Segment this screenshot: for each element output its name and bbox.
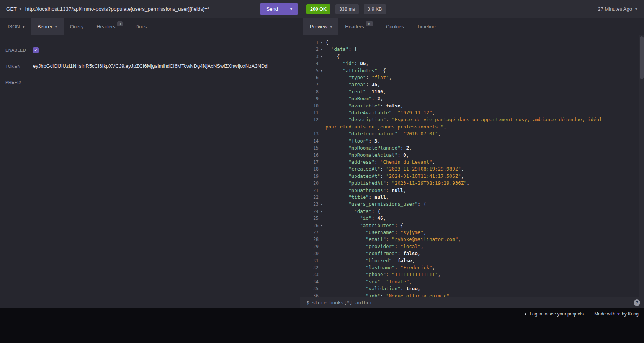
line-number: 12 bbox=[309, 116, 319, 123]
code-content: "email": "ryhoke@mailinator.com", bbox=[325, 236, 461, 243]
response-history-dropdown[interactable]: 27 Minutes Ago ▾ bbox=[598, 6, 637, 12]
code-line: 23▾ "users_permissions_user": { bbox=[306, 201, 639, 208]
line-gutter: 4 bbox=[306, 60, 325, 67]
made-with-kong-link[interactable]: Made with ♥ by Kong bbox=[594, 311, 639, 317]
url-bar: GET ▾ http://localhost:1337/api/immo-pos… bbox=[0, 0, 300, 18]
filter-input[interactable] bbox=[306, 300, 630, 306]
code-content: "area": 35, bbox=[325, 81, 380, 88]
tab-body-json[interactable]: JSON ▾ bbox=[0, 18, 31, 35]
code-content: "publishedAt": "2023-11-29T08:19:29.936Z… bbox=[325, 180, 469, 187]
code-line: 2▾ "data": [ bbox=[306, 46, 639, 53]
enabled-row: ENABLED ✓ bbox=[5, 42, 293, 58]
fold-placeholder bbox=[319, 215, 325, 222]
send-options-button[interactable]: ▾ bbox=[284, 3, 298, 15]
scrollbar-track[interactable] bbox=[639, 35, 644, 297]
line-number: 6 bbox=[309, 74, 319, 81]
made-with-prefix: Made with bbox=[594, 311, 615, 317]
fold-toggle-icon[interactable]: ▾ bbox=[319, 222, 325, 229]
line-gutter: 16 bbox=[306, 152, 325, 159]
tab-cookies[interactable]: Cookies bbox=[379, 18, 410, 35]
code-content: { bbox=[325, 53, 340, 60]
line-number: 13 bbox=[309, 130, 319, 137]
tab-headers-label: Headers bbox=[96, 24, 115, 29]
line-number: 27 bbox=[309, 229, 319, 236]
bearer-auth-form: ENABLED ✓ TOKEN PREFIX bbox=[0, 35, 300, 90]
login-label: Log in to see your projects bbox=[530, 311, 584, 317]
code-line: 25 "id": 46, bbox=[306, 215, 639, 222]
fold-placeholder bbox=[319, 187, 325, 194]
line-gutter: 29 bbox=[306, 243, 325, 250]
code-content: "blocked": false, bbox=[325, 257, 415, 264]
code-line: 34 "sex": "female", bbox=[306, 278, 639, 285]
headers-count-badge: 3 bbox=[117, 21, 122, 26]
token-input[interactable] bbox=[33, 60, 293, 72]
fold-toggle-icon[interactable]: ▾ bbox=[319, 201, 325, 208]
code-content: "nbRoomateActual": 0, bbox=[325, 152, 409, 159]
line-number: 22 bbox=[309, 194, 319, 201]
code-content: "data": { bbox=[325, 208, 380, 215]
line-gutter: 17 bbox=[306, 159, 325, 166]
scrollbar-thumb[interactable] bbox=[640, 36, 644, 79]
fold-toggle-icon[interactable]: ▾ bbox=[319, 39, 325, 46]
line-number: 5 bbox=[309, 67, 319, 74]
tab-response-headers[interactable]: Headers 15 bbox=[338, 18, 379, 35]
line-gutter: 10 bbox=[306, 102, 325, 109]
response-size-badge: 3.9 KB bbox=[364, 4, 386, 14]
status-badge: 200 OK bbox=[306, 4, 330, 14]
tab-headers[interactable]: Headers 3 bbox=[90, 18, 129, 35]
fold-toggle-icon[interactable]: ▾ bbox=[319, 67, 325, 74]
line-number: 28 bbox=[309, 236, 319, 243]
request-url-input[interactable]: http://localhost:1337/api/immo-posts?pop… bbox=[25, 6, 260, 12]
tab-auth-bearer[interactable]: Bearer ▾ bbox=[31, 18, 64, 35]
response-body[interactable]: 1▾{2▾ "data": [3▾ {4 "id": 86,5▾ "attrib… bbox=[300, 35, 644, 297]
tab-preview[interactable]: Preview ▾ bbox=[303, 18, 338, 35]
fold-toggle-icon[interactable]: ▾ bbox=[319, 208, 325, 215]
fold-placeholder bbox=[319, 173, 325, 180]
line-number: 34 bbox=[309, 278, 319, 285]
chevron-down-icon: ▾ bbox=[55, 24, 57, 29]
tab-query[interactable]: Query bbox=[64, 18, 90, 35]
code-content: "job": "Neque officia enim c", bbox=[325, 293, 452, 297]
code-content: "available": false, bbox=[325, 102, 403, 109]
fold-toggle-icon[interactable]: ▾ bbox=[319, 53, 325, 60]
tab-docs[interactable]: Docs bbox=[129, 18, 154, 35]
fold-toggle-icon[interactable]: ▾ bbox=[319, 46, 325, 53]
send-button[interactable]: Send bbox=[260, 3, 284, 15]
fold-placeholder bbox=[319, 152, 325, 159]
fold-placeholder bbox=[319, 250, 325, 257]
line-number: 18 bbox=[309, 166, 319, 172]
token-label: TOKEN bbox=[5, 64, 33, 68]
line-number: 4 bbox=[309, 60, 319, 67]
code-content: "updatedAt": "2024-01-10T11:41:17.506Z", bbox=[325, 173, 464, 180]
code-content: "users_permissions_user": { bbox=[325, 201, 426, 208]
code-line: 11 "dateAvailable": "1979-11-12", bbox=[306, 109, 639, 116]
code-line: 19 "updatedAt": "2024-01-10T11:41:17.506… bbox=[306, 173, 639, 180]
response-history-label: 27 Minutes Ago bbox=[598, 6, 632, 12]
code-line: 7 "area": 35, bbox=[306, 81, 639, 88]
prefix-input[interactable] bbox=[33, 76, 293, 88]
tab-timeline[interactable]: Timeline bbox=[410, 18, 442, 35]
line-gutter: 5▾ bbox=[306, 67, 325, 74]
method-dropdown[interactable]: GET ▾ bbox=[0, 0, 25, 18]
request-pane: JSON ▾ Bearer ▾ Query Headers 3 Docs bbox=[0, 18, 300, 308]
fold-placeholder bbox=[319, 145, 325, 151]
line-gutter: 14 bbox=[306, 138, 325, 145]
line-number: 2 bbox=[309, 46, 319, 53]
help-icon[interactable]: ? bbox=[634, 299, 640, 306]
line-number: 30 bbox=[309, 250, 319, 257]
code-line: 17 "address": "Chemin du Levant", bbox=[306, 159, 639, 166]
login-link[interactable]: ● Log in to see your projects bbox=[525, 311, 584, 317]
line-gutter: 8 bbox=[306, 88, 325, 95]
tab-body-label: JSON bbox=[7, 24, 20, 29]
line-number: 8 bbox=[309, 88, 319, 95]
code-line: 29 "provider": "local", bbox=[306, 243, 639, 250]
fold-placeholder bbox=[319, 81, 325, 88]
line-number: 9 bbox=[309, 95, 319, 102]
code-content: "id": 46, bbox=[325, 215, 386, 222]
code-content: "title": null, bbox=[325, 194, 389, 201]
line-number: 33 bbox=[309, 271, 319, 278]
line-number: 10 bbox=[309, 102, 319, 109]
enabled-checkbox[interactable]: ✓ bbox=[33, 47, 39, 53]
tab-auth-label: Bearer bbox=[38, 24, 52, 29]
line-number: 25 bbox=[309, 215, 319, 222]
